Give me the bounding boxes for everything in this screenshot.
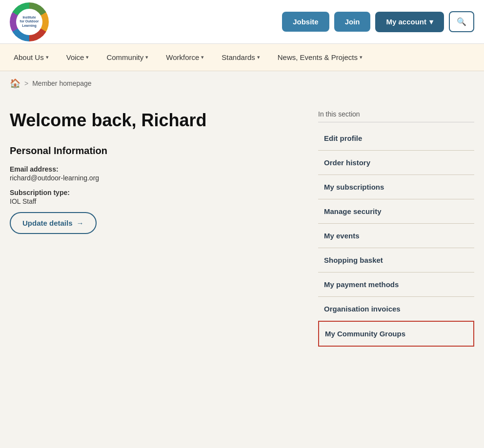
logo-area: Institute for Outdoor Learning	[10, 2, 282, 41]
nav-bar: About Us ▾ Voice ▾ Community ▾ Workforce…	[0, 44, 484, 71]
header: Institute for Outdoor Learning Jobsite J…	[0, 0, 484, 44]
search-icon: 🔍	[457, 18, 466, 26]
main-content: Welcome back, Richard Personal Informati…	[0, 96, 484, 437]
logo-text: Institute for Outdoor Learning	[20, 16, 39, 28]
breadcrumb-current: Member homepage	[32, 79, 91, 87]
email-value: richard@outdoor-learning.org	[10, 174, 299, 182]
search-button[interactable]: 🔍	[449, 11, 474, 32]
arrow-right-icon: →	[77, 219, 84, 227]
left-panel: Welcome back, Richard Personal Informati…	[10, 110, 318, 427]
join-button[interactable]: Join	[334, 12, 371, 32]
myaccount-button[interactable]: My account ▾	[375, 12, 444, 32]
sidebar-item-my-subscriptions[interactable]: My subscriptions	[318, 175, 474, 199]
breadcrumb-separator: >	[24, 79, 28, 87]
home-icon[interactable]: 🏠	[10, 78, 20, 89]
sidebar-item-edit-profile[interactable]: Edit profile	[318, 126, 474, 151]
chevron-down-icon: ▾	[257, 54, 260, 60]
sidebar-item-my-payment-methods[interactable]: My payment methods	[318, 273, 474, 297]
nav-item-voice[interactable]: Voice ▾	[58, 44, 98, 71]
jobsite-button[interactable]: Jobsite	[282, 12, 329, 32]
chevron-down-icon: ▾	[86, 54, 89, 60]
breadcrumb: 🏠 > Member homepage	[0, 71, 484, 96]
nav-item-standards[interactable]: Standards ▾	[213, 44, 268, 71]
in-this-section-label: In this section	[318, 110, 474, 122]
sidebar-item-order-history[interactable]: Order history	[318, 151, 474, 175]
nav-item-workforce[interactable]: Workforce ▾	[157, 44, 213, 71]
logo-circle: Institute for Outdoor Learning	[10, 2, 49, 41]
chevron-down-icon: ▾	[360, 54, 363, 60]
nav-item-about-us[interactable]: About Us ▾	[5, 44, 58, 71]
sidebar-item-my-community-groups[interactable]: My Community Groups	[318, 321, 474, 347]
chevron-down-icon: ▾	[201, 54, 204, 60]
chevron-down-icon: ▾	[46, 54, 49, 60]
sidebar-item-my-events[interactable]: My events	[318, 224, 474, 248]
update-details-button[interactable]: Update details →	[10, 212, 97, 234]
personal-info-heading: Personal Information	[10, 145, 299, 156]
nav-item-community[interactable]: Community ▾	[98, 44, 157, 71]
chevron-down-icon: ▾	[145, 54, 148, 60]
subscription-value: IOL Staff	[10, 197, 299, 205]
email-label: Email address:	[10, 165, 299, 173]
welcome-title: Welcome back, Richard	[10, 110, 299, 131]
header-buttons: Jobsite Join My account ▾ 🔍	[282, 11, 474, 32]
sidebar-item-manage-security[interactable]: Manage security	[318, 199, 474, 224]
nav-item-news[interactable]: News, Events & Projects ▾	[269, 44, 371, 71]
logo-inner: Institute for Outdoor Learning	[16, 9, 42, 35]
right-panel: In this section Edit profile Order histo…	[318, 110, 474, 427]
subscription-label: Subscription type:	[10, 189, 299, 196]
sidebar-item-shopping-basket[interactable]: Shopping basket	[318, 248, 474, 273]
chevron-down-icon: ▾	[429, 18, 433, 26]
sidebar-item-organisation-invoices[interactable]: Organisation invoices	[318, 297, 474, 321]
